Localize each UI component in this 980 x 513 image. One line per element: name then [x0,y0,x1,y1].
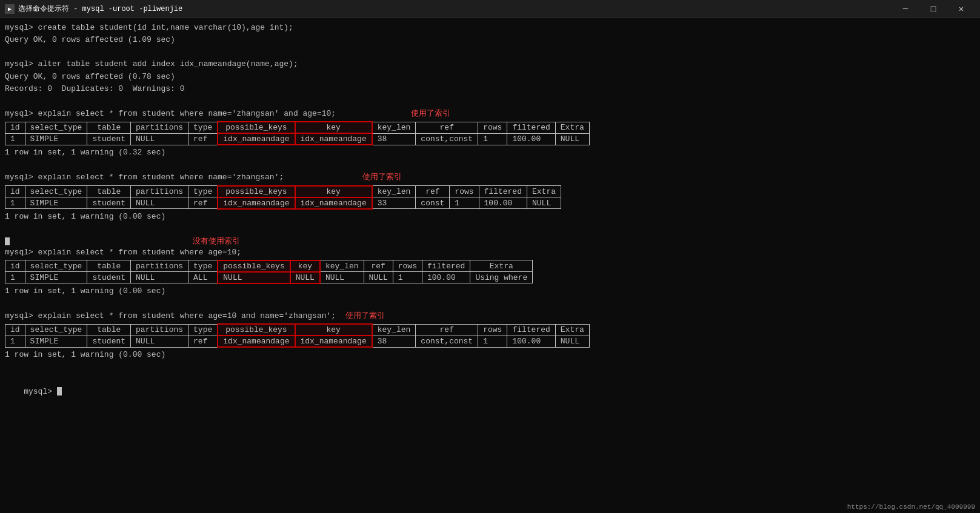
table2-d-key-len: 33 [372,197,416,209]
table4-d-id: 1 [5,336,25,347]
table4-wrapper: id select_type table partitions type pos… [5,323,975,348]
table1-h-extra: Extra [555,122,589,133]
line-blank-4 [5,223,975,235]
table4-d-possible-keys: idx_nameandage [218,336,295,347]
table4-d-type: ref [188,336,218,347]
table3-d-id: 1 [5,272,25,283]
table4-h-possible-keys: possible_keys [218,324,295,336]
table1-d-rows: 1 [478,133,507,145]
table1-d-key-len: 38 [372,133,416,145]
table2-h-possible-keys: possible_keys [218,186,295,197]
table1-h-ref: ref [416,122,478,133]
titlebar: ▶ 选择命令提示符 - mysql -uroot -pliwenjie ─ □ … [0,0,980,18]
table4-d-select-type: SIMPLE [25,336,87,347]
table2-d-extra: NULL [527,197,561,209]
table1-d-possible-keys: idx_nameandage [218,133,295,145]
minimize-button[interactable]: ─ [892,0,919,18]
line-records: Records: 0 Duplicates: 0 Warnings: 0 [5,83,975,95]
table4-d-partitions: NULL [131,336,188,347]
table1-d-type: ref [188,133,218,145]
table4-d-rows: 1 [478,336,507,347]
table3-d-rows: 1 [393,272,422,283]
table1-h-type: type [188,122,218,133]
table2-d-rows: 1 [450,197,479,209]
table3-h-key-len: key_len [320,260,364,272]
table2-d-filtered: 100.00 [479,197,527,209]
table2-h-key: key [295,186,372,197]
table2-h-filtered: filtered [479,186,527,197]
table4-h-filtered: filtered [507,324,555,336]
table3-d-select-type: SIMPLE [25,272,87,283]
result1: 1 row in set, 1 warning (0.32 sec) [5,147,975,159]
table2-d-id: 1 [5,197,25,209]
line-blank-2 [5,95,975,107]
line-create-table: mysql> create table student(id int,name … [5,22,975,34]
query3-section: 没有使用索引 mysql> explain select * from stud… [5,236,975,259]
table3-header-row: id select_type table partitions type pos… [5,260,533,272]
query2-section: mysql> explain select * from student whe… [5,171,975,184]
table4-h-partitions: partitions [131,324,188,336]
line-query-ok-1: Query OK, 0 rows affected (1.09 sec) [5,34,975,46]
result2: 1 row in set, 1 warning (0.00 sec) [5,211,975,223]
table3-d-type: ALL [188,272,218,283]
table3-h-type: type [188,260,218,272]
table1-d-extra: NULL [555,133,589,145]
table4: id select_type table partitions type pos… [5,323,590,348]
table2-d-possible-keys: idx_nameandage [218,197,295,209]
titlebar-controls: ─ □ ✕ [892,0,975,18]
final-prompt: mysql> [5,374,975,410]
table2-h-table: table [87,186,131,197]
table3-h-ref: ref [364,260,393,272]
table1-d-key: idx_nameandage [295,133,372,145]
query3-line: mysql> explain select * from student whe… [5,247,975,259]
prompt-text: mysql> [24,387,57,396]
query1-section: mysql> explain select * from student whe… [5,108,975,120]
cmd-icon: ▶ [5,4,15,14]
table4-h-key-len: key_len [372,324,416,336]
table1-header-row: id select_type table partitions type pos… [5,122,590,133]
table1-h-select-type: select_type [25,122,87,133]
table2-d-type: ref [188,197,218,209]
table2-d-select-type: SIMPLE [25,197,87,209]
table2-h-ref: ref [416,186,450,197]
table1-h-table: table [87,122,131,133]
table2-header-row: id select_type table partitions type pos… [5,186,561,197]
table1-d-filtered: 100.00 [507,133,555,145]
table2-d-partitions: NULL [131,197,188,209]
table3-h-table: table [87,260,131,272]
table4-h-type: type [188,324,218,336]
table4-h-id: id [5,324,25,336]
table1: id select_type table partitions type pos… [5,121,590,145]
line-blank-1 [5,46,975,58]
table3-h-id: id [5,260,25,272]
table1-h-rows: rows [478,122,507,133]
table1-d-id: 1 [5,133,25,145]
titlebar-title: 选择命令提示符 - mysql -uroot -pliwenjie [18,4,182,14]
table4-d-table: student [87,336,131,347]
annotation-4-label: 使用了索引 [345,311,385,320]
table4-h-table: table [87,324,131,336]
table3-d-key-len: NULL [320,272,364,283]
annotation-2: 使用了索引 [362,171,402,182]
table3-data-row: 1 SIMPLE student NULL ALL NULL NULL NULL… [5,272,533,283]
table1-d-partitions: NULL [131,133,188,145]
query4-line: mysql> explain select * from student whe… [5,311,336,320]
table4-data-row: 1 SIMPLE student NULL ref idx_nameandage… [5,336,590,347]
table3-d-table: student [87,272,131,283]
table3-d-possible-keys: NULL [218,272,290,283]
cursor [57,387,62,396]
table2-h-id: id [5,186,25,197]
table2-d-table: student [87,197,131,209]
table3-h-filtered: filtered [422,260,470,272]
table3-d-filtered: 100.00 [422,272,470,283]
close-button[interactable]: ✕ [947,0,975,18]
table3-d-partitions: NULL [131,272,188,283]
table3-d-ref: NULL [364,272,393,283]
maximize-button[interactable]: □ [919,0,947,18]
line-blank-6 [5,362,975,374]
table1-h-key: key [295,122,372,133]
terminal: mysql> create table student(id int,name … [0,18,980,513]
table4-header-row: id select_type table partitions type pos… [5,324,590,336]
table2-h-type: type [188,186,218,197]
table1-h-partitions: partitions [131,122,188,133]
